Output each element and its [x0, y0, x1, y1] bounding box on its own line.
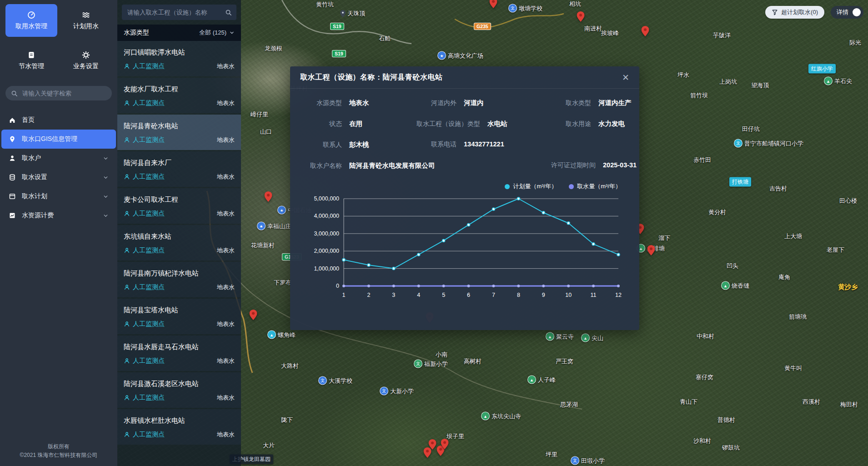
sidebar-search-input[interactable]	[21, 90, 106, 97]
app-tile-2[interactable]: 计划用水	[60, 4, 112, 37]
map-place-label: 相坑	[569, 0, 581, 8]
svg-text:3,000,000: 3,000,000	[314, 230, 339, 237]
intake-list-item[interactable]: 陆河县宝塔水电站人工监测点地表水	[117, 299, 241, 334]
app-tile-4[interactable]: 业务设置	[60, 44, 112, 77]
poi-blue-icon: 文	[380, 387, 388, 396]
field-联系人: 联系人彭木桃	[302, 140, 416, 149]
intake-name: 陆河县激石溪老区水电站	[124, 380, 235, 388]
map-place-label: 中和村	[697, 332, 714, 341]
monitor-tag-label: 人工监测点	[133, 173, 165, 181]
sidebar-item-label: 取水设置	[22, 173, 47, 181]
document-icon	[27, 51, 35, 59]
over-plan-label: 超计划取水(0)	[781, 8, 818, 16]
intake-map-pin[interactable]	[265, 191, 272, 204]
list-search-input[interactable]	[126, 9, 225, 16]
intake-map-pin[interactable]	[577, 11, 585, 24]
intake-list-item[interactable]: 陆河县水唇走马石水电站人工监测点地表水	[117, 336, 241, 371]
map-place-label: 思茅湖	[560, 401, 578, 409]
sidebar-item-3[interactable]: 取水户	[1, 149, 116, 168]
intake-list-panel: 水源类型 全部 (125) 河口镇唱歌潭水电站人工监测点地表水友能水厂取水工程人…	[117, 0, 241, 466]
monitor-tag: 人工监测点	[124, 210, 165, 218]
monitor-tag-label: 人工监测点	[133, 136, 165, 144]
intake-list-item[interactable]: 河口镇唱歌潭水电站人工监测点地表水	[117, 41, 241, 76]
intake-list-item[interactable]: 陆河县自来水厂人工监测点地表水	[117, 151, 241, 187]
monitor-tag-label: 人工监测点	[133, 246, 165, 255]
intake-map-pin[interactable]	[441, 439, 449, 451]
water-type-label: 地表水	[217, 136, 235, 144]
sidebar-item-5[interactable]: 取水计划	[1, 187, 116, 206]
intake-map-pin[interactable]	[642, 26, 649, 38]
intake-list-item[interactable]: 麦卡公司取水工程人工监测点地表水	[117, 188, 241, 224]
water-type-label: 地表水	[217, 357, 235, 365]
sidebar-search[interactable]	[5, 86, 112, 100]
app-tile-1[interactable]: 取用水管理	[5, 4, 57, 37]
field-取水类型: 取水类型河道内生产	[551, 99, 632, 107]
search-icon[interactable]	[225, 9, 232, 16]
tile-label: 取用水管理	[15, 22, 47, 30]
legend-dot-icon	[505, 184, 510, 189]
poi-cyan-icon: ▲	[267, 331, 276, 339]
map-place-label: 田仔坑	[742, 125, 760, 133]
meter-icon	[27, 11, 35, 19]
person-icon	[124, 210, 130, 217]
field-value: 水力发电	[598, 120, 625, 128]
intake-map-pin[interactable]	[424, 447, 431, 460]
field-label: 取水户名称	[302, 162, 342, 170]
field-label: 河道内外	[416, 99, 457, 107]
detail-toggle[interactable]: 详情	[831, 6, 863, 19]
sidebar-item-2[interactable]: 取水口GIS信息管理	[1, 130, 116, 149]
map-poi-label: 东坑尖山寺	[492, 412, 521, 420]
app-tile-3[interactable]: 节水管理	[5, 44, 57, 77]
sidebar-item-6[interactable]: 水资源计费	[1, 206, 116, 225]
intake-list-item[interactable]: 东坑镇自来水站人工监测点地表水	[117, 225, 241, 261]
map-place-label: 严王窝	[556, 357, 573, 366]
intake-map-pin[interactable]	[490, 0, 497, 10]
sidebar-item-1[interactable]: 首页	[1, 110, 116, 130]
map-badge-label: 红旗小学	[808, 64, 836, 74]
field-value: 陆河县青砼水电发展有限公司	[349, 161, 435, 170]
sidebar-item-label: 取水计划	[22, 192, 47, 200]
intake-map-pin[interactable]	[647, 245, 655, 257]
waves-icon	[82, 11, 90, 19]
svg-text:4,000,000: 4,000,000	[314, 213, 339, 219]
intake-list-item[interactable]: 陆河县南万镇杞洋水电站人工监测点地表水	[117, 262, 241, 297]
intake-map-pin[interactable]	[250, 310, 257, 322]
tile-label: 节水管理	[19, 62, 44, 70]
water-type-label: 地表水	[217, 431, 235, 439]
filter-value-dropdown[interactable]: 全部 (125)	[199, 29, 235, 37]
map-place-label: 赤竹田	[693, 156, 711, 164]
person-icon	[124, 284, 130, 291]
map-place-label: 溜下	[658, 234, 670, 242]
water-type-label: 地表水	[217, 283, 235, 291]
intake-list-item[interactable]: 陆河县青砼水电站人工监测点地表水	[117, 115, 241, 150]
road-shield-badge: G235	[474, 23, 491, 30]
over-plan-button[interactable]: 超计划取水(0)	[765, 6, 824, 19]
map-poi-label: 螺角峰	[278, 331, 296, 339]
modal-header: 取水工程（设施）名称：陆河县青砼水电站 ✕	[290, 66, 639, 89]
poi-green-icon: ▲	[581, 334, 590, 342]
close-icon[interactable]: ✕	[622, 73, 629, 82]
field-河道内外: 河道内外河道内	[416, 99, 551, 107]
person-icon	[124, 431, 130, 438]
map-place-label: 南进村	[584, 25, 602, 33]
detail-modal: 取水工程（设施）名称：陆河县青砼水电站 ✕ 水源类型地表水河道内外河道内取水类型…	[290, 66, 639, 330]
map-poi-blue: 文大新小学	[380, 387, 414, 396]
poi-blue-icon: ★	[277, 206, 286, 215]
person-icon	[124, 247, 130, 254]
annual-volume-chart: 计划量（m³/年）取水量（m³/年） 01,000,0002,000,0003,…	[302, 182, 627, 302]
poi-green-icon: ▲	[481, 412, 490, 421]
intake-list-item[interactable]: 水唇镇水栏肚水电站人工监测点地表水	[117, 409, 241, 445]
sidebar-item-4[interactable]: 取水设置	[1, 168, 116, 187]
monitor-tag-label: 人工监测点	[133, 62, 165, 70]
list-search[interactable]	[122, 5, 236, 20]
intake-list-item[interactable]: 陆河县激石溪老区水电站人工监测点地表水	[117, 372, 241, 408]
copyright-line2: ©2021 珠海市仁智科技有限公司	[4, 451, 114, 460]
intake-name: 水唇镇水栏肚水电站	[124, 416, 235, 425]
intake-name: 陆河县自来水厂	[124, 159, 235, 167]
map-place-label: 凹头	[727, 262, 738, 270]
poi-blue-icon: 文	[318, 376, 327, 385]
person-icon	[124, 137, 130, 143]
svg-text:4: 4	[417, 292, 420, 298]
map-place-label: 普德村	[717, 416, 735, 424]
intake-list-item[interactable]: 友能水厂取水工程人工监测点地表水	[117, 78, 241, 113]
